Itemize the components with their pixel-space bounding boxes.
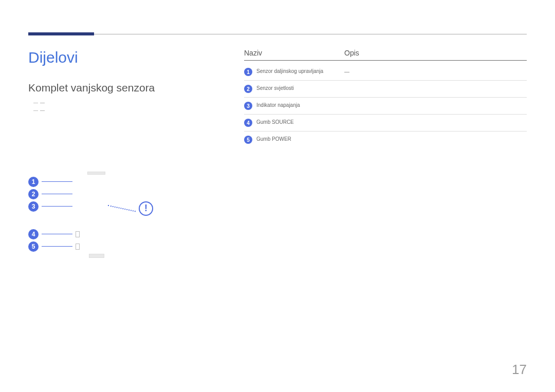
diagram-shape: [76, 244, 80, 250]
right-column: Naziv Opis 1Senzor daljinskog upravljanj…: [244, 49, 527, 269]
diagram-shape: [76, 231, 80, 237]
row-badge: 2: [244, 85, 252, 93]
callout-2: 2: [28, 189, 39, 199]
row-name: Senzor daljinskog upravljanja: [256, 68, 323, 75]
diagram-shape: [89, 254, 104, 258]
side-notes: ―― ――: [28, 99, 224, 115]
header-desc: Opis: [344, 49, 527, 57]
row-desc: ―: [344, 68, 527, 76]
warning-icon: !: [139, 201, 153, 216]
row-badge: 3: [244, 102, 252, 110]
row-name: Indikator napajanja: [256, 102, 300, 109]
table-row: 3Indikator napajanja: [244, 98, 527, 115]
parts-table: Naziv Opis 1Senzor daljinskog upravljanj…: [244, 49, 527, 148]
table-row: 2Senzor svjetlosti: [244, 81, 527, 98]
row-name: Gumb SOURCE: [256, 119, 294, 126]
callout-1: 1: [28, 177, 39, 187]
table-row: 4Gumb SOURCE: [244, 115, 527, 132]
callout-4: 4: [28, 229, 39, 239]
row-badge: 5: [244, 136, 252, 144]
table-header: Naziv Opis: [244, 49, 527, 61]
section-title: Dijelovi: [28, 49, 224, 66]
header-accent-bar: [28, 32, 94, 35]
callout-5: 5: [28, 241, 39, 252]
row-badge: 1: [244, 68, 252, 76]
leader-line: [42, 234, 72, 234]
left-column: Dijelovi Komplet vanjskog senzora ―― ―― …: [28, 49, 224, 269]
note-text: ―: [40, 107, 45, 115]
callout-3: 3: [28, 201, 39, 212]
row-name: Gumb POWER: [256, 136, 291, 143]
note-text: ―: [40, 99, 45, 107]
page-content: Dijelovi Komplet vanjskog senzora ―― ―― …: [28, 49, 527, 269]
header-name: Naziv: [244, 49, 344, 57]
leader-line: [42, 246, 72, 247]
leader-line: [42, 181, 72, 182]
leader-line: [42, 206, 72, 207]
leader-line: [42, 194, 72, 194]
row-name: Senzor svjetlosti: [256, 85, 294, 92]
table-row: 5Gumb POWER: [244, 132, 527, 148]
subsection-title: Komplet vanjskog senzora: [28, 82, 224, 94]
page-number: 17: [512, 362, 527, 378]
table-row: 1Senzor daljinskog upravljanja ―: [244, 64, 527, 81]
header-rule: [28, 34, 527, 34]
sensor-diagram: 1 2 3 ! 4 5: [28, 177, 224, 269]
diagram-shape: [87, 172, 105, 175]
row-badge: 4: [244, 119, 252, 127]
